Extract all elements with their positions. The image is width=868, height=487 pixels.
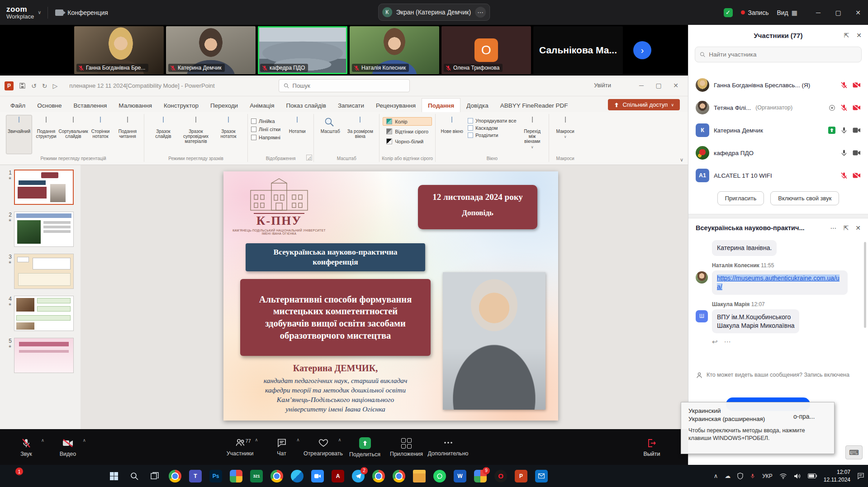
slide-thumbnail-5[interactable]: 5★	[1, 338, 78, 373]
notes-page-button[interactable]: Сторінки нотаток	[87, 115, 114, 154]
slide-thumbnail-1[interactable]: 1★	[1, 170, 78, 205]
video-button[interactable]: ∧ Видео	[47, 437, 89, 457]
participant-search-input[interactable]	[709, 51, 857, 58]
invite-button[interactable]: Пригласить	[717, 191, 764, 205]
opera-icon[interactable]: O	[494, 470, 507, 482]
thumbnail-image[interactable]	[14, 338, 74, 373]
save-icon[interactable]	[19, 82, 26, 89]
tab-shared-screen[interactable]: К Экран (Катерина Демчик) ⋯	[378, 4, 490, 21]
close-panel-icon[interactable]: ✕	[856, 32, 862, 39]
chrome-icon[interactable]	[270, 470, 283, 482]
ppt-restore-button[interactable]: ▢	[650, 76, 667, 95]
arrange-all-button[interactable]: Упорядкувати все	[468, 118, 517, 123]
zoom-workplace-logo[interactable]: zoom Workplace	[6, 5, 34, 19]
video-options-caret[interactable]: ∧	[83, 438, 86, 443]
outline-view-button[interactable]: Подання структури	[33, 115, 59, 154]
chat-messages[interactable]: Катерина Іванівна. Наталія Колесник 11:5…	[688, 237, 868, 369]
participants-caret[interactable]: ∧	[255, 437, 258, 442]
photoshop-icon[interactable]: Ps	[209, 470, 222, 482]
chat-link[interactable]: https://museums.authenticukraine.com.ua/…	[717, 274, 840, 290]
tab-abbyy[interactable]: ABBYY FineReader PDF	[494, 99, 574, 112]
onedrive-icon[interactable]: ☁	[725, 473, 730, 479]
participants-button[interactable]: ∧ 77 Участники	[219, 436, 261, 458]
sign-in-button[interactable]: Увійти	[594, 82, 611, 89]
view-button[interactable]: Вид ▦	[777, 9, 797, 16]
tray-mic-icon[interactable]	[750, 473, 755, 479]
react-caret[interactable]: ∧	[338, 437, 341, 442]
tab-slideshow[interactable]: Показ слайдів	[280, 99, 332, 112]
unmute-button[interactable]: Включить свой звук	[770, 191, 839, 205]
leave-button[interactable]: Выйти	[631, 437, 673, 457]
teams-icon[interactable]: T	[189, 470, 202, 482]
screen-tab-menu-icon[interactable]: ⋯	[475, 7, 486, 18]
chat-caret[interactable]: ∧	[296, 437, 299, 442]
ruler-checkbox[interactable]: Лінійка	[251, 118, 280, 124]
minimize-button[interactable]: ─	[808, 0, 828, 25]
video-tile[interactable]: Наталія Колесник	[350, 26, 439, 74]
ppt-minimize-button[interactable]: ─	[633, 76, 650, 95]
chat-button[interactable]: ∧ Чат	[261, 436, 303, 458]
thumbnail-image[interactable]	[14, 254, 74, 289]
zoom-button[interactable]: Масштаб	[317, 115, 343, 154]
participant-row[interactable]: кафедра ПДО	[688, 142, 868, 164]
tab-animations[interactable]: Анімація	[244, 99, 280, 112]
participant-row[interactable]: Ганна Богданівна Бреславсь... (Я)	[688, 74, 868, 96]
video-tile[interactable]: Катерина Демчик	[166, 26, 256, 74]
share-screen-button[interactable]: Поделиться	[344, 436, 386, 458]
slideshow-icon[interactable]: ▷	[52, 82, 57, 90]
chrome-icon[interactable]	[372, 470, 385, 482]
chat-menu-icon[interactable]: ⋯	[830, 224, 837, 232]
more-button[interactable]: Дополнительно	[427, 436, 469, 458]
excel-counter-icon[interactable]: 321	[250, 470, 263, 482]
task-view-button[interactable]	[148, 470, 161, 482]
touch-keyboard-button[interactable]: ⌨	[845, 445, 863, 459]
chat-message[interactable]: ВПУ ім.М.КоцюбинськогоШакула Марія Микол…	[712, 309, 799, 334]
current-slide[interactable]: К-ПНУ КАМ'ЯНЕЦЬ-ПОДІЛЬСЬКИЙ НАЦІОНАЛЬНИЙ…	[223, 171, 558, 421]
volume-icon[interactable]	[794, 473, 801, 479]
thumbnail-image[interactable]	[14, 170, 74, 205]
tab-record[interactable]: Записати	[332, 99, 370, 112]
next-participants-button[interactable]: ›	[633, 41, 651, 59]
notification-center-icon[interactable]	[857, 473, 864, 479]
slide-thumbnail-panel[interactable]: 1★ 2★ 3★	[0, 165, 81, 429]
whatsapp-icon[interactable]	[433, 470, 446, 482]
tab-transitions[interactable]: Переходи	[204, 99, 244, 112]
undo-icon[interactable]: ↺	[31, 82, 37, 90]
tray-expand-icon[interactable]: ∧	[714, 473, 718, 479]
workspace-chevron-icon[interactable]: ∨	[38, 9, 41, 15]
tab-design[interactable]: Конструктор	[158, 99, 204, 112]
tab-home[interactable]: Основне	[31, 99, 67, 112]
chrome-icon[interactable]	[169, 470, 181, 482]
edge-icon[interactable]	[291, 470, 304, 482]
reply-icon[interactable]: ↩	[712, 338, 718, 346]
slide-master-button[interactable]: Зразок слайдів	[147, 115, 179, 154]
new-window-button[interactable]: Нове вікно	[439, 115, 465, 154]
acrobat-icon[interactable]: A	[332, 470, 344, 482]
mail-icon[interactable]	[535, 470, 548, 482]
grayscale-option[interactable]: Відтінки сірого	[383, 127, 432, 136]
reading-view-button[interactable]: Подання читання	[114, 115, 141, 154]
message-more-icon[interactable]: ⋯	[724, 338, 731, 346]
tab-file[interactable]: Файл	[5, 99, 31, 112]
thumbnail-image[interactable]	[14, 296, 74, 331]
maximize-button[interactable]: ▢	[828, 0, 848, 25]
ppt-search-input[interactable]	[293, 82, 405, 89]
switch-windows-button[interactable]: Перехід між вікнами∨	[519, 115, 545, 154]
tab-help[interactable]: Довідка	[460, 99, 494, 112]
slide-thumbnail-4[interactable]: 4★	[1, 296, 78, 331]
telegram-icon[interactable]: 2	[352, 470, 365, 482]
chat-message[interactable]: https://museums.authenticukraine.com.ua/…	[712, 270, 848, 295]
notes-master-button[interactable]: Зразок нотаток	[213, 115, 244, 154]
cascade-button[interactable]: Каскадом	[468, 125, 517, 131]
audio-options-caret[interactable]: ∧	[41, 438, 44, 443]
chat-scrollbar[interactable]	[864, 242, 866, 328]
tab-meeting[interactable]: Конференция	[48, 0, 115, 25]
file-explorer-icon[interactable]	[413, 470, 426, 482]
start-button[interactable]	[108, 470, 120, 482]
video-tile-active-speaker[interactable]: кафедра ПДО	[258, 26, 347, 74]
tab-insert[interactable]: Вставлення	[68, 99, 113, 112]
popout-icon[interactable]: ⇱	[844, 32, 849, 39]
word-icon[interactable]: W	[454, 470, 466, 482]
photos-icon[interactable]: 9	[474, 470, 487, 482]
video-tile[interactable]: Ганна Богданівна Бре...	[74, 26, 164, 74]
